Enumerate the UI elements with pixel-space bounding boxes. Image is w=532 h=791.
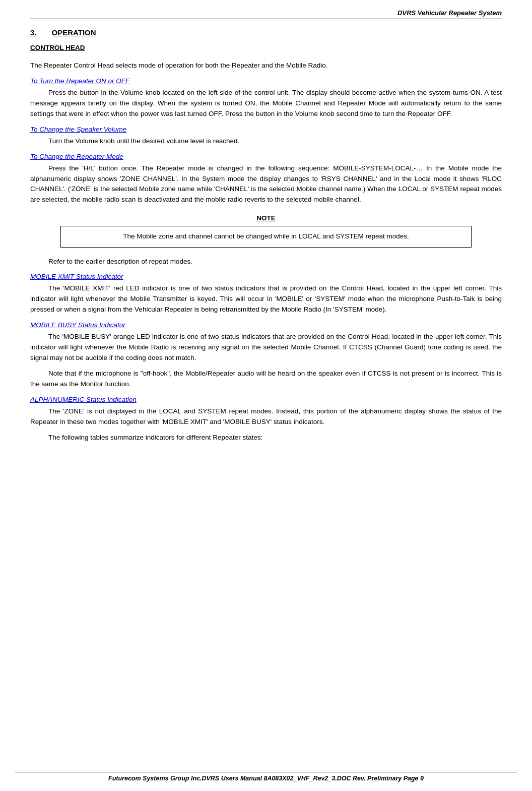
- page-footer: Futurecom Systems Group Inc.DVRS Users M…: [15, 772, 517, 782]
- turn-on-off-body: Press the button in the Volume knob loca…: [30, 88, 502, 119]
- control-head-label: CONTROL HEAD: [30, 44, 85, 51]
- section-number: 3.: [30, 28, 37, 37]
- link-alphanumeric: ALPHANUMERIC Status Indication: [30, 396, 502, 403]
- link-speaker-volume: To Change the Speaker Volume: [30, 126, 502, 133]
- repeater-mode-body: Press the 'H/L' button once. The Repeate…: [30, 163, 502, 206]
- note-box-text: The Mobile zone and channel cannot be ch…: [123, 232, 409, 240]
- footer-text: Futurecom Systems Group Inc.DVRS Users M…: [108, 775, 424, 782]
- link-mobile-xmit: MOBILE XMIT Status Indicator: [30, 273, 502, 280]
- link-mobile-busy: MOBILE BUSY Status Indicator: [30, 321, 502, 329]
- section-title: OPERATION: [52, 28, 96, 37]
- alphanumeric-body2: The following tables summarize indicator…: [30, 433, 502, 443]
- page-header: DVRS Vehicular Repeater System: [30, 9, 502, 19]
- note-title: NOTE: [60, 214, 472, 222]
- mobile-busy-body1: The 'MOBILE BUSY' orange LED indicator i…: [30, 332, 502, 363]
- mobile-busy-body2: Note that if the microphone is "off-hook…: [30, 369, 502, 390]
- link-repeater-mode: To Change the Repeater Mode: [30, 153, 502, 160]
- note-box: The Mobile zone and channel cannot be ch…: [60, 226, 472, 247]
- link-turn-on-off: To Turn the Repeater ON or OFF: [30, 77, 502, 85]
- mobile-xmit-body: The 'MOBILE XMIT' red LED indicator is o…: [30, 283, 502, 315]
- note-section: NOTE The Mobile zone and channel cannot …: [60, 214, 472, 247]
- alphanumeric-body1: The 'ZONE' is not displayed in the LOCAL…: [30, 406, 502, 428]
- speaker-volume-body: Turn the Volume knob until the desired v…: [30, 136, 502, 147]
- refer-text: Refer to the earlier description of repe…: [30, 257, 502, 267]
- control-head-intro: The Repeater Control Head selects mode o…: [30, 60, 502, 71]
- header-title: DVRS Vehicular Repeater System: [397, 9, 502, 17]
